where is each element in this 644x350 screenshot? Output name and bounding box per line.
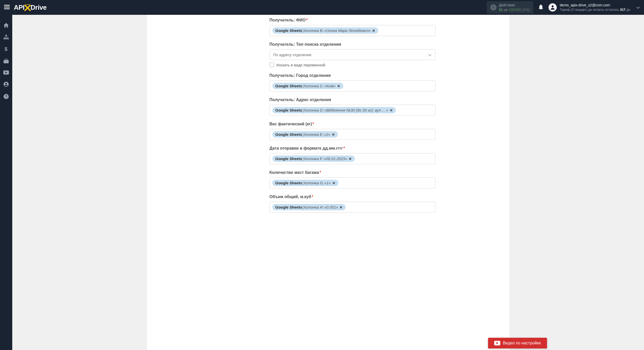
hamburger-menu-icon[interactable] — [4, 4, 10, 11]
user-avatar-icon — [549, 3, 557, 11]
token-input[interactable]: Google Sheets | Колонка B: «Огнєв Марк Л… — [270, 25, 435, 36]
token-column: Колонка H: — [304, 205, 324, 209]
token-value: «1» — [324, 181, 331, 185]
field-group: Получатель: ФИО*Google Sheets | Колонка … — [270, 18, 435, 36]
form-section: Получатель: ФИО*Google Sheets | Колонка … — [270, 18, 435, 213]
user-email: demo_apix-drive_s2@com.com — [560, 3, 630, 7]
svg-text:?: ? — [5, 94, 7, 99]
actions-counter[interactable]: i Действия: 51 из 100'000 (0%) — [487, 1, 533, 14]
logo-x-text — [24, 3, 31, 11]
checkbox-row: Указать в виде переменной — [270, 63, 435, 67]
field-label: Получатель: Город отделения — [270, 73, 435, 78]
home-icon[interactable] — [4, 23, 9, 28]
actions-total: 100'000 — [508, 8, 521, 12]
help-icon[interactable]: ? — [4, 94, 9, 99]
field-label: Получатель: Адрес отделения — [270, 98, 435, 102]
actions-of: из — [504, 8, 507, 12]
variable-token[interactable]: Google Sheets | Колонка D: «Відділення №… — [272, 107, 396, 113]
token-source: Google Sheets — [275, 84, 302, 88]
token-remove-icon[interactable]: ✕ — [337, 84, 340, 88]
svg-rect-0 — [4, 5, 10, 6]
actions-pct: (0%) — [522, 8, 530, 12]
select-input[interactable]: По адресу отделения — [270, 49, 435, 60]
chevron-down-icon[interactable] — [636, 5, 640, 10]
top-header: API Drive i Действия: 51 из 100'000 (0%) — [0, 0, 644, 15]
token-column: Колонка C: — [304, 84, 324, 88]
field-group: Получатель: Адрес отделенияGoogle Sheets… — [270, 98, 435, 116]
token-column: Колонка F: — [304, 156, 323, 161]
variable-token[interactable]: Google Sheets | Колонка H: «0.001»✕ — [272, 204, 346, 210]
token-remove-icon[interactable]: ✕ — [332, 181, 335, 185]
required-mark: * — [343, 146, 345, 150]
actions-value: 51 — [499, 8, 503, 12]
info-icon: i — [490, 4, 496, 10]
bell-icon[interactable] — [538, 4, 543, 11]
svg-rect-2 — [4, 8, 10, 9]
token-source: Google Sheets — [275, 108, 302, 112]
token-value: «Огнєв Марк Леонідович» — [324, 28, 371, 33]
token-source: Google Sheets — [275, 132, 302, 137]
token-column: Колонка E: — [304, 132, 323, 137]
field-label: Количество мест багажа* — [270, 170, 435, 175]
svg-point-12 — [5, 83, 7, 84]
actions-text: Действия: 51 из 100'000 (0%) — [499, 3, 530, 12]
logo-api-text: API — [14, 4, 25, 11]
dollar-icon[interactable]: $ — [5, 46, 8, 52]
user-icon[interactable] — [4, 82, 9, 87]
sidebar: $ ? — [0, 15, 12, 350]
token-value: «Київ» — [324, 84, 336, 88]
token-remove-icon[interactable]: ✕ — [390, 108, 393, 112]
main-area: Получатель: ФИО*Google Sheets | Колонка … — [12, 15, 644, 350]
token-remove-icon[interactable]: ✕ — [339, 205, 343, 209]
field-group: Дата отправки в формате дд.мм.гггг*Googl… — [270, 146, 435, 164]
actions-label: Действия: — [499, 3, 530, 7]
token-value: «Відділення №30 (до 30 кг): вул ... » — [324, 108, 388, 112]
svg-rect-9 — [4, 60, 9, 63]
user-info: demo_apix-drive_s2@com.com Тариф |Станда… — [560, 3, 630, 12]
field-group: Получатель: Тип поиска отделенияПо адрес… — [270, 42, 435, 67]
token-column: Колонка B: — [304, 28, 323, 33]
variable-checkbox[interactable] — [270, 63, 274, 67]
required-mark: * — [320, 170, 321, 175]
token-value: «06.01.2023» — [324, 156, 347, 161]
svg-rect-7 — [7, 38, 9, 39]
token-column: Колонка D: — [304, 108, 324, 112]
variable-token[interactable]: Google Sheets | Колонка C: «Київ»✕ — [272, 83, 344, 89]
token-remove-icon[interactable]: ✕ — [332, 132, 335, 137]
variable-token[interactable]: Google Sheets | Колонка B: «Огнєв Марк Л… — [272, 27, 379, 34]
youtube-icon[interactable] — [3, 70, 9, 75]
user-section[interactable]: demo_apix-drive_s2@com.com Тариф |Станда… — [549, 3, 640, 12]
token-remove-icon[interactable]: ✕ — [372, 29, 375, 33]
required-mark: * — [306, 18, 308, 22]
logo[interactable]: API Drive — [14, 3, 46, 11]
token-column: Колонка G: — [304, 181, 324, 185]
token-value: «2» — [324, 132, 330, 137]
select-value: По адресу отделения — [273, 53, 311, 57]
variable-token[interactable]: Google Sheets | Колонка G: «1»✕ — [272, 180, 339, 186]
field-group: Вес фактический (кг)*Google Sheets | Кол… — [270, 122, 435, 140]
logo-drive-text: Drive — [31, 4, 47, 11]
field-group: Количество мест багажа*Google Sheets | К… — [270, 170, 435, 188]
token-input[interactable]: Google Sheets | Колонка C: «Київ»✕ — [270, 80, 435, 91]
briefcase-icon[interactable] — [4, 59, 9, 63]
field-label: Объем общий, м.куб* — [270, 195, 435, 199]
token-input[interactable]: Google Sheets | Колонка E: «2»✕ — [270, 129, 435, 140]
token-input[interactable]: Google Sheets | Колонка H: «0.001»✕ — [270, 202, 435, 213]
video-tutorial-button[interactable]: Видео по настройке — [488, 338, 547, 348]
field-label: Получатель: ФИО* — [270, 18, 435, 22]
token-input[interactable]: Google Sheets | Колонка G: «1»✕ — [270, 177, 435, 188]
content-card: Получатель: ФИО*Google Sheets | Колонка … — [147, 15, 509, 350]
svg-text:$: $ — [5, 46, 7, 52]
chevron-down-icon — [428, 53, 432, 57]
variable-token[interactable]: Google Sheets | Колонка E: «2»✕ — [272, 131, 338, 138]
token-input[interactable]: Google Sheets | Колонка D: «Відділення №… — [270, 105, 435, 116]
variable-token[interactable]: Google Sheets | Колонка F: «06.01.2023»✕ — [272, 155, 355, 162]
field-group: Объем общий, м.куб*Google Sheets | Колон… — [270, 195, 435, 213]
token-source: Google Sheets — [275, 205, 302, 209]
token-remove-icon[interactable]: ✕ — [349, 157, 352, 161]
required-mark: * — [312, 195, 313, 199]
token-source: Google Sheets — [275, 156, 302, 161]
checkbox-label: Указать в виде переменной — [276, 63, 325, 67]
token-input[interactable]: Google Sheets | Колонка F: «06.01.2023»✕ — [270, 153, 435, 164]
hierarchy-icon[interactable] — [4, 35, 9, 39]
